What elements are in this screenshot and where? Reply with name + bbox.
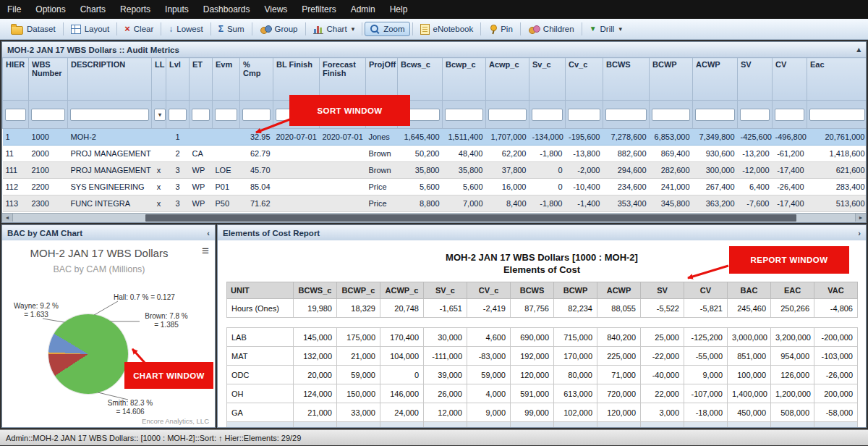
filter-input-acwp[interactable]	[695, 109, 735, 121]
grid-cell[interactable]: 1,511,400	[443, 129, 486, 146]
grid-cell[interactable]: 35,800	[398, 162, 443, 179]
pin-button[interactable]: Pin	[483, 22, 518, 36]
grid-cell[interactable]: 1	[3, 129, 29, 146]
grid-cell[interactable]	[320, 195, 366, 212]
grid-cell[interactable]: 7,349,800	[693, 129, 738, 146]
grid-cell[interactable]: 11	[3, 146, 29, 162]
clear-button[interactable]: × Clear	[119, 22, 158, 36]
filter-input-bcwp[interactable]	[652, 109, 690, 121]
filter-input-sv[interactable]	[740, 109, 770, 121]
filter-input-wbs-number[interactable]	[31, 109, 65, 121]
grid-cell[interactable]: 621,600	[807, 162, 867, 179]
grid-cell[interactable]: PROJ MANAGEMENT	[68, 146, 152, 162]
grid-cell[interactable]: 300,000	[693, 162, 738, 179]
column-header-sv-c[interactable]: Sv_c	[529, 58, 566, 101]
grid-cell[interactable]: 32.95	[240, 129, 273, 146]
grid-row[interactable]: 1132300FUNC INTEGRAx3WPP5071.62Price8,80…	[3, 195, 867, 212]
column-header-description[interactable]: DESCRIPTION	[68, 58, 152, 101]
collapse-left-icon[interactable]: ‹	[207, 229, 210, 237]
grid-cell[interactable]: 1	[166, 129, 190, 146]
enotebook-button[interactable]: eNotebook	[415, 22, 479, 37]
grid-cell[interactable]	[213, 146, 240, 162]
horizontal-scrollbar[interactable]: ◄ ►	[2, 213, 866, 222]
grid-cell[interactable]: 1,418,600	[807, 146, 867, 162]
grid-cell[interactable]: 2000	[29, 146, 68, 162]
grid-cell[interactable]: WP	[190, 162, 213, 179]
grid-cell[interactable]: 62,200	[486, 146, 529, 162]
grid-cell[interactable]: 71.62	[240, 195, 273, 212]
column-header-eac[interactable]: Eac	[807, 58, 867, 101]
filter-input-sv-c[interactable]	[532, 109, 563, 121]
grid-cell[interactable]: -26,400	[773, 179, 807, 195]
grid-cell[interactable]: 2200	[29, 179, 68, 195]
filter-input-eac[interactable]	[809, 109, 865, 121]
grid-cell[interactable]: x	[152, 179, 166, 195]
grid-cell[interactable]: 8,800	[398, 195, 443, 212]
grid-cell[interactable]: 7,278,600	[603, 129, 650, 146]
grid-cell[interactable]: 113	[3, 195, 29, 212]
grid-cell[interactable]: 0	[529, 162, 566, 179]
report-panel-header[interactable]: Elements of Cost Report ›	[218, 225, 866, 241]
menu-dashboards[interactable]: Dashboards	[196, 0, 258, 19]
grid-cell[interactable]: 20,761,000	[807, 129, 867, 146]
grid-cell[interactable]: -134,000	[529, 129, 566, 146]
group-button[interactable]: Group	[255, 22, 303, 36]
grid-cell[interactable]: CA	[190, 146, 213, 162]
zoom-button[interactable]: Zoom	[365, 22, 409, 36]
grid-cell[interactable]: 3	[166, 162, 190, 179]
scrollbar-thumb[interactable]	[145, 214, 796, 222]
grid-cell[interactable]: 6,853,000	[650, 129, 693, 146]
grid-cell[interactable]	[273, 179, 320, 195]
grid-cell[interactable]	[152, 146, 166, 162]
chart-button[interactable]: Chart ▾	[308, 22, 360, 36]
grid-cell[interactable]: -17,400	[773, 162, 807, 179]
grid-cell[interactable]: 37,800	[486, 162, 529, 179]
grid-cell[interactable]: P01	[213, 179, 240, 195]
grid-cell[interactable]: -195,600	[566, 129, 603, 146]
filter-input-evm[interactable]	[215, 109, 237, 121]
column-header--cmp[interactable]: % Cmp	[240, 58, 273, 101]
grid-cell[interactable]	[320, 162, 366, 179]
menu-help[interactable]: Help	[383, 0, 415, 19]
column-header-hier[interactable]: HIER	[3, 58, 29, 101]
column-header-bl-finish[interactable]: BL Finish	[273, 58, 320, 101]
grid-cell[interactable]: 234,600	[603, 179, 650, 195]
column-header-bcwp-c[interactable]: Bcwp_c	[443, 58, 486, 101]
grid-cell[interactable]: -7,600	[738, 195, 773, 212]
grid-cell[interactable]: Price	[366, 179, 398, 195]
selected-grid-row[interactable]: 11000MOH-2132.952020-07-012020-07-01Jone…	[3, 129, 867, 146]
grid-cell[interactable]: PROJ MANAGEMENT	[68, 162, 152, 179]
layout-button[interactable]: Layout	[66, 22, 115, 36]
grid-cell[interactable]: 0	[529, 179, 566, 195]
grid-cell[interactable]: -1,800	[529, 146, 566, 162]
column-header-projoff[interactable]: ProjOff	[366, 58, 398, 101]
column-header-acwp-c[interactable]: Acwp_c	[486, 58, 529, 101]
grid-cell[interactable]: P50	[213, 195, 240, 212]
grid-cell[interactable]: 282,600	[650, 162, 693, 179]
grid-cell[interactable]: -13,200	[738, 146, 773, 162]
column-header-evm[interactable]: Evm	[213, 58, 240, 101]
column-header-wbs-number[interactable]: WBS Number	[29, 58, 68, 101]
grid-cell[interactable]: 2020-07-01	[273, 129, 320, 146]
grid-cell[interactable]: 283,400	[807, 179, 867, 195]
grid-cell[interactable]: 363,200	[693, 195, 738, 212]
collapse-right-icon[interactable]: ›	[858, 229, 861, 237]
grid-cell[interactable]: 2020-07-01	[320, 129, 366, 146]
grid-cell[interactable]: 16,000	[486, 179, 529, 195]
column-header-bcws[interactable]: BCWS	[603, 58, 650, 101]
menu-options[interactable]: Options	[28, 0, 72, 19]
grid-cell[interactable]: Jones	[366, 129, 398, 146]
grid-cell[interactable]: -425,600	[738, 129, 773, 146]
filter-input-cv-c[interactable]	[568, 109, 600, 121]
grid-cell[interactable]: 513,600	[807, 195, 867, 212]
grid-cell[interactable]: 2100	[29, 162, 68, 179]
grid-cell[interactable]: -12,000	[738, 162, 773, 179]
grid-cell[interactable]: 345,800	[650, 195, 693, 212]
grid-cell[interactable]	[190, 129, 213, 146]
grid-cell[interactable]: 1000	[29, 129, 68, 146]
grid-cell[interactable]: -17,400	[773, 195, 807, 212]
grid-cell[interactable]	[273, 146, 320, 162]
menu-admin[interactable]: Admin	[344, 0, 383, 19]
grid-cell[interactable]: MOH-2	[68, 129, 152, 146]
grid-cell[interactable]	[320, 179, 366, 195]
